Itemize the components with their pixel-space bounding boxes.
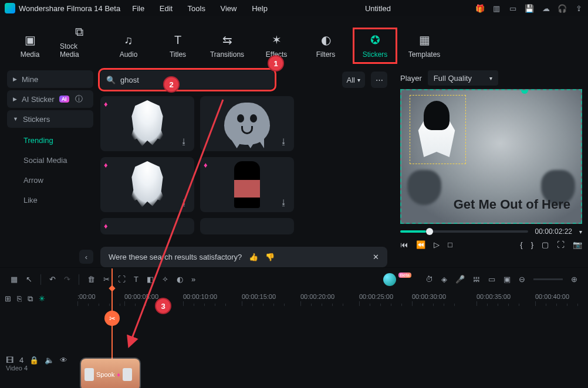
- ai-badge: AI: [59, 96, 69, 103]
- cloud-icon[interactable]: ☁: [541, 4, 550, 13]
- grid-icon[interactable]: ▦: [11, 275, 18, 284]
- svg-line-0: [129, 100, 223, 346]
- add-track-icon[interactable]: ⊞: [5, 294, 11, 304]
- annotation-3: 3: [155, 298, 171, 314]
- preview-canvas[interactable]: Get Me Out of Here: [400, 89, 582, 224]
- titles-icon: T: [174, 33, 181, 47]
- layouts-icon[interactable]: ▥: [492, 4, 501, 13]
- search-box[interactable]: 🔍: [100, 70, 274, 89]
- sidebar-item-mine[interactable]: ▶ Mine: [7, 70, 93, 88]
- tab-stockmedia[interactable]: ⧉ Stock Media: [60, 22, 99, 61]
- download-icon[interactable]: ⭳: [280, 198, 290, 209]
- timeline-toolbar: ▦ ↖ ↶ ↷ 🗑 ✂ ⛶ T ◧ ✧ ◐ » Beta ⏱ ◈ 🎤 𝍐 ▭ ▣…: [0, 267, 588, 291]
- thumbs-up-icon[interactable]: 👍: [249, 253, 258, 261]
- download-icon[interactable]: ⭳: [280, 137, 290, 148]
- speaker-icon[interactable]: 🔈: [45, 356, 54, 365]
- step-back-icon[interactable]: ⏪: [416, 240, 425, 249]
- timeline-clip[interactable]: Spook ♦: [81, 359, 140, 388]
- tab-templates[interactable]: ▦ Templates: [405, 30, 444, 61]
- track-header[interactable]: 🎞4 🔒 🔈 👁 Video 4: [6, 356, 67, 372]
- link-icon[interactable]: ⎘: [17, 294, 22, 304]
- annotation-2: 2: [163, 76, 180, 93]
- overlay-sticker[interactable]: [413, 98, 460, 157]
- magnet-icon[interactable]: ⧉: [28, 294, 33, 304]
- chevron-down-icon: ▼: [13, 116, 18, 122]
- eye-icon[interactable]: 👁: [60, 356, 67, 365]
- menu-edit[interactable]: Edit: [160, 4, 173, 13]
- audio-icon: ♫: [124, 33, 133, 47]
- clip-name: Spook: [96, 371, 114, 378]
- delete-icon[interactable]: 🗑: [87, 275, 95, 284]
- titlebar-actions: 🎁 ▥ ▭ 💾 ☁ 🎧 ⇪: [475, 4, 583, 13]
- tab-transitions[interactable]: ⇆ Transitions: [208, 30, 246, 61]
- save-icon[interactable]: 💾: [525, 4, 534, 13]
- menu-view[interactable]: View: [221, 4, 237, 13]
- timecode-menu-icon[interactable]: ▾: [579, 229, 582, 235]
- search-icon: 🔍: [106, 76, 116, 84]
- ai-assistant-icon[interactable]: [383, 273, 396, 286]
- cat-socialmedia[interactable]: Social Media: [23, 150, 93, 170]
- export-icon[interactable]: ⇪: [574, 4, 583, 13]
- tab-audio[interactable]: ♫ Audio: [109, 30, 148, 61]
- annotation-1: 1: [268, 55, 284, 72]
- zoom-slider[interactable]: [533, 278, 563, 280]
- brace-close-icon[interactable]: }: [531, 240, 533, 249]
- auto-icon[interactable]: ✳: [39, 294, 45, 304]
- scrub-knob[interactable]: [426, 228, 433, 235]
- scrub-track[interactable]: [400, 230, 528, 233]
- fullscreen-icon[interactable]: ⛶: [557, 240, 565, 249]
- gift-icon[interactable]: 🎁: [475, 4, 485, 13]
- mask-icon[interactable]: ▭: [488, 275, 495, 284]
- search-input[interactable]: [120, 76, 268, 84]
- tab-filters[interactable]: ◐ Filters: [306, 30, 345, 61]
- cat-arrow[interactable]: Arrow: [23, 170, 93, 190]
- brace-open-icon[interactable]: {: [520, 240, 522, 249]
- sidebar: ▶ Mine ▶ AI Sticker AI ⓘ ▼ Stickers Tren…: [0, 67, 97, 267]
- info-icon[interactable]: ⓘ: [75, 94, 83, 104]
- screen-icon[interactable]: ▭: [508, 4, 518, 13]
- chevron-right-icon: ▶: [13, 96, 17, 102]
- tab-media[interactable]: ▣ Media: [11, 30, 49, 61]
- speed-icon[interactable]: ⏱: [425, 275, 433, 284]
- support-icon[interactable]: 🎧: [557, 4, 567, 13]
- ratio-icon[interactable]: ▢: [542, 240, 549, 249]
- image-hand: [404, 164, 445, 205]
- sidebar-item-aisticker[interactable]: ▶ AI Sticker AI ⓘ: [7, 90, 93, 108]
- menu-help[interactable]: Help: [252, 4, 268, 13]
- player-controls: ⏮ ⏪ ▷ □ { } ▢ ⛶ 📷: [400, 240, 582, 249]
- cut-icon[interactable]: ✂: [103, 275, 110, 284]
- clip-thumb: [123, 368, 132, 381]
- markers-icon[interactable]: ◈: [441, 275, 447, 284]
- menu-file[interactable]: File: [132, 4, 144, 13]
- scrub-bar[interactable]: 00:00:02:22 ▾: [400, 227, 582, 236]
- lock-icon[interactable]: 🔒: [29, 356, 39, 365]
- sidebar-group-stickers[interactable]: ▼ Stickers: [7, 110, 93, 128]
- play-icon[interactable]: ▷: [434, 240, 440, 249]
- playhead-marker: [521, 89, 528, 94]
- mixer-icon[interactable]: 𝍐: [473, 275, 480, 284]
- clip-thumb: [85, 368, 94, 381]
- more-options[interactable]: ⋯: [371, 72, 387, 88]
- menu-tools[interactable]: Tools: [188, 4, 205, 13]
- thumbs-down-icon[interactable]: 👎: [265, 253, 275, 261]
- close-icon[interactable]: ✕: [373, 253, 379, 261]
- zoom-out-icon[interactable]: ⊖: [519, 275, 525, 284]
- quality-dropdown[interactable]: Full Quality ▾: [428, 70, 498, 86]
- filter-all[interactable]: All ▾: [342, 72, 365, 88]
- stop-icon[interactable]: □: [448, 240, 452, 249]
- zoom-in-icon[interactable]: ⊕: [571, 275, 577, 284]
- undo-icon[interactable]: ↶: [49, 275, 56, 284]
- prev-frame-icon[interactable]: ⏮: [400, 240, 408, 249]
- collapse-sidebar-button[interactable]: ‹: [79, 250, 93, 264]
- tab-titles[interactable]: T Titles: [158, 30, 197, 61]
- caption-text: Get Me Out of Here: [454, 197, 570, 212]
- tab-stickers[interactable]: ✪ Stickers: [356, 30, 394, 61]
- snapshot-icon[interactable]: 📷: [573, 240, 582, 249]
- mic-icon[interactable]: 🎤: [455, 275, 465, 284]
- redo-icon[interactable]: ↷: [64, 275, 70, 284]
- pointer-icon[interactable]: ↖: [26, 275, 32, 284]
- cat-like[interactable]: Like: [23, 190, 93, 210]
- cat-trending[interactable]: Trending: [23, 130, 93, 150]
- render-icon[interactable]: ▣: [503, 275, 511, 284]
- transitions-icon: ⇆: [222, 33, 232, 47]
